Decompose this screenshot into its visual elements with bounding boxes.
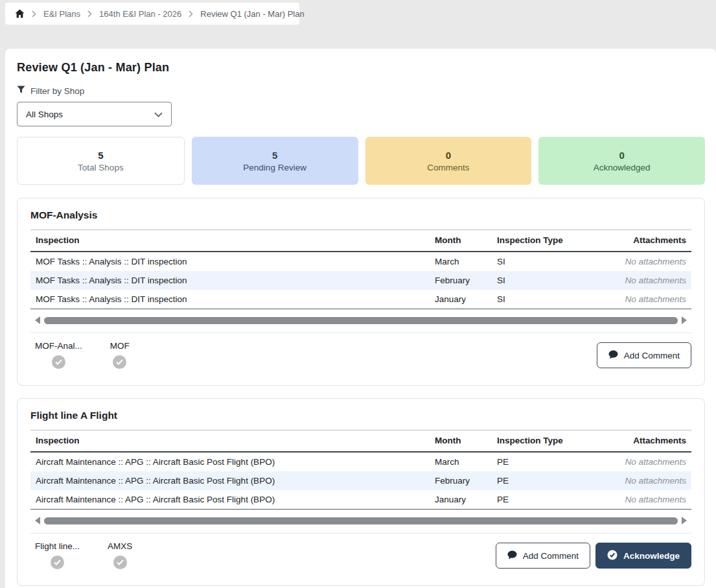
section-divider <box>30 333 691 333</box>
horizontal-scrollbar[interactable] <box>35 316 687 325</box>
shop-status-item: Flight line... <box>35 541 80 569</box>
shop-status-label: MOF-Anal... <box>35 341 82 351</box>
attachments-cell: No attachments <box>606 271 691 290</box>
inspection-cell: MOF Tasks :: Analysis :: DIT inspection <box>30 271 430 290</box>
attachments-cell: No attachments <box>606 252 691 271</box>
main-panel: Review Q1 (Jan - Mar) Plan Filter by Sho… <box>5 49 716 588</box>
funnel-icon <box>17 86 25 96</box>
inspection-cell: MOF Tasks :: Analysis :: DIT inspection <box>30 252 430 271</box>
month-cell: March <box>430 252 492 271</box>
shop-status-label: Flight line... <box>35 541 80 551</box>
add-comment-label: Add Comment <box>624 351 680 360</box>
inspection-cell: Aircraft Maintenance :: APG :: Aircraft … <box>30 452 430 471</box>
table-header-row: Inspection Month Inspection Type Attachm… <box>30 230 691 252</box>
footer-buttons: Add Comment <box>597 342 691 368</box>
chevron-right-icon <box>87 10 92 18</box>
table-row: Aircraft Maintenance :: APG :: Aircraft … <box>30 471 691 490</box>
breadcrumb-current: Review Q1 (Jan - Mar) Plan <box>200 9 304 19</box>
add-comment-button[interactable]: Add Comment <box>597 342 691 368</box>
inspection-type-cell: SI <box>492 290 606 309</box>
check-circle-icon <box>51 556 64 569</box>
shop-section-mof-analysis: MOF-Analysis Inspection Month Inspection… <box>17 198 705 386</box>
month-cell: March <box>430 452 492 471</box>
breadcrumb-ei-plans[interactable]: E&I Plans <box>43 9 80 19</box>
stat-card-pending-review: 5 Pending Review <box>192 137 358 185</box>
shop-status-label: MOF <box>110 341 130 351</box>
scroll-left-arrow-icon[interactable] <box>35 517 40 524</box>
section-footer: MOF-Anal... MOF Add Comment <box>30 341 691 369</box>
inspection-table: Inspection Month Inspection Type Attachm… <box>30 430 691 510</box>
scrollbar-thumb[interactable] <box>44 317 678 324</box>
check-badge-icon <box>607 550 618 562</box>
home-icon[interactable] <box>15 9 25 18</box>
shop-status-label: AMXS <box>108 541 132 551</box>
pending-review-value: 5 <box>272 150 277 161</box>
comment-bubble-icon <box>507 550 517 561</box>
breadcrumb-plan-2026[interactable]: 164th E&I Plan - 2026 <box>99 9 181 19</box>
table-row: MOF Tasks :: Analysis :: DIT inspection … <box>30 252 691 271</box>
footer-buttons: Add Comment Acknowledge <box>496 543 691 569</box>
inspection-type-cell: SI <box>492 271 606 290</box>
breadcrumb: E&I Plans 164th E&I Plan - 2026 Review Q… <box>5 3 299 25</box>
attachments-cell: No attachments <box>606 290 691 309</box>
scrollbar-thumb[interactable] <box>44 517 678 524</box>
chevron-right-icon <box>32 10 36 18</box>
inspection-table: Inspection Month Inspection Type Attachm… <box>30 229 691 309</box>
acknowledge-button[interactable]: Acknowledge <box>595 543 691 569</box>
attachments-cell: No attachments <box>606 490 691 510</box>
shop-status-item: AMXS <box>108 541 132 569</box>
month-cell: February <box>430 471 492 490</box>
check-circle-icon <box>113 556 127 569</box>
filter-label-row: Filter by Shop <box>17 86 705 96</box>
section-footer: Flight line... AMXS Add Comment <box>30 541 691 569</box>
inspection-type-cell: PE <box>492 452 606 471</box>
month-cell: February <box>430 271 492 290</box>
acknowledge-label: Acknowledge <box>623 551 680 561</box>
total-shops-value: 5 <box>98 150 103 161</box>
comments-value: 0 <box>446 150 451 161</box>
scroll-left-arrow-icon[interactable] <box>35 316 40 324</box>
page-title: Review Q1 (Jan - Mar) Plan <box>17 61 705 75</box>
shop-status-item: MOF <box>110 341 130 369</box>
pending-review-label: Pending Review <box>243 163 306 172</box>
add-comment-button[interactable]: Add Comment <box>496 543 590 569</box>
inspection-type-cell: PE <box>492 490 606 510</box>
inspection-type-cell: SI <box>492 252 606 271</box>
acknowledged-label: Acknowledged <box>594 163 651 172</box>
scroll-right-arrow-icon[interactable] <box>682 517 687 524</box>
inspection-cell: Aircraft Maintenance :: APG :: Aircraft … <box>30 471 430 490</box>
inspection-cell: MOF Tasks :: Analysis :: DIT inspection <box>30 290 430 309</box>
comment-bubble-icon <box>608 350 618 361</box>
horizontal-scrollbar[interactable] <box>35 516 687 525</box>
table-header-row: Inspection Month Inspection Type Attachm… <box>30 430 691 453</box>
stat-card-total-shops: 5 Total Shops <box>17 137 185 185</box>
table-row: MOF Tasks :: Analysis :: DIT inspection … <box>30 271 691 290</box>
section-divider <box>30 533 691 534</box>
shop-status-item: MOF-Anal... <box>35 341 82 369</box>
shop-section-flight-line-a: Flight line A Flight Inspection Month In… <box>17 398 705 586</box>
col-header-inspection-type: Inspection Type <box>492 430 606 453</box>
scroll-right-arrow-icon[interactable] <box>682 316 687 324</box>
col-header-attachments: Attachments <box>606 430 691 453</box>
stat-card-comments: 0 Comments <box>365 137 532 185</box>
acknowledged-value: 0 <box>619 150 624 161</box>
shop-filter-select[interactable]: All Shops <box>17 102 172 126</box>
table-row: Aircraft Maintenance :: APG :: Aircraft … <box>30 490 691 510</box>
col-header-month: Month <box>430 230 492 252</box>
col-header-inspection: Inspection <box>30 230 430 252</box>
month-cell: January <box>430 490 492 510</box>
check-circle-icon <box>113 355 126 369</box>
col-header-inspection: Inspection <box>30 430 430 453</box>
section-title: MOF-Analysis <box>30 209 691 221</box>
month-cell: January <box>430 290 492 309</box>
check-circle-icon <box>52 355 65 369</box>
add-comment-label: Add Comment <box>523 551 579 561</box>
chevron-down-icon <box>154 110 163 119</box>
attachments-cell: No attachments <box>606 471 691 490</box>
stat-card-acknowledged: 0 Acknowledged <box>538 137 705 185</box>
filter-label: Filter by Shop <box>30 86 84 96</box>
comments-label: Comments <box>427 163 469 172</box>
section-title: Flight line A Flight <box>30 410 691 421</box>
table-row: MOF Tasks :: Analysis :: DIT inspection … <box>30 290 691 309</box>
attachments-cell: No attachments <box>606 452 691 471</box>
